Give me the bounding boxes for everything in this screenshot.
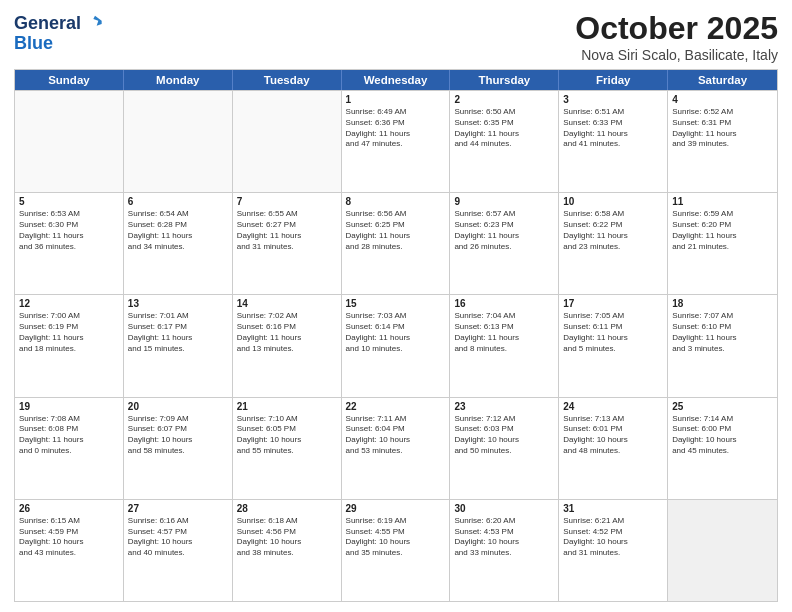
day-number: 14 bbox=[237, 298, 337, 309]
calendar-cell: 22Sunrise: 7:11 AM Sunset: 6:04 PM Dayli… bbox=[342, 398, 451, 499]
logo: General Blue bbox=[14, 14, 105, 54]
day-number: 26 bbox=[19, 503, 119, 514]
calendar-cell bbox=[233, 91, 342, 192]
cell-info: Sunrise: 6:58 AM Sunset: 6:22 PM Dayligh… bbox=[563, 209, 663, 252]
calendar-cell: 25Sunrise: 7:14 AM Sunset: 6:00 PM Dayli… bbox=[668, 398, 777, 499]
day-header-sunday: Sunday bbox=[15, 70, 124, 90]
cell-info: Sunrise: 7:03 AM Sunset: 6:14 PM Dayligh… bbox=[346, 311, 446, 354]
calendar-cell: 11Sunrise: 6:59 AM Sunset: 6:20 PM Dayli… bbox=[668, 193, 777, 294]
calendar-header: SundayMondayTuesdayWednesdayThursdayFrid… bbox=[15, 70, 777, 90]
calendar-cell: 24Sunrise: 7:13 AM Sunset: 6:01 PM Dayli… bbox=[559, 398, 668, 499]
day-number: 4 bbox=[672, 94, 773, 105]
calendar-cell: 20Sunrise: 7:09 AM Sunset: 6:07 PM Dayli… bbox=[124, 398, 233, 499]
calendar-body: 1Sunrise: 6:49 AM Sunset: 6:36 PM Daylig… bbox=[15, 90, 777, 601]
day-number: 21 bbox=[237, 401, 337, 412]
day-number: 27 bbox=[128, 503, 228, 514]
calendar-cell bbox=[668, 500, 777, 601]
day-number: 19 bbox=[19, 401, 119, 412]
day-header-monday: Monday bbox=[124, 70, 233, 90]
location-title: Nova Siri Scalo, Basilicate, Italy bbox=[575, 47, 778, 63]
day-number: 22 bbox=[346, 401, 446, 412]
day-number: 17 bbox=[563, 298, 663, 309]
calendar-cell: 17Sunrise: 7:05 AM Sunset: 6:11 PM Dayli… bbox=[559, 295, 668, 396]
day-number: 6 bbox=[128, 196, 228, 207]
cell-info: Sunrise: 6:18 AM Sunset: 4:56 PM Dayligh… bbox=[237, 516, 337, 559]
day-header-friday: Friday bbox=[559, 70, 668, 90]
cell-info: Sunrise: 7:09 AM Sunset: 6:07 PM Dayligh… bbox=[128, 414, 228, 457]
calendar-cell: 2Sunrise: 6:50 AM Sunset: 6:35 PM Daylig… bbox=[450, 91, 559, 192]
day-number: 15 bbox=[346, 298, 446, 309]
calendar-cell: 21Sunrise: 7:10 AM Sunset: 6:05 PM Dayli… bbox=[233, 398, 342, 499]
day-number: 23 bbox=[454, 401, 554, 412]
calendar-row-4: 26Sunrise: 6:15 AM Sunset: 4:59 PM Dayli… bbox=[15, 499, 777, 601]
cell-info: Sunrise: 6:55 AM Sunset: 6:27 PM Dayligh… bbox=[237, 209, 337, 252]
day-number: 9 bbox=[454, 196, 554, 207]
calendar-cell: 28Sunrise: 6:18 AM Sunset: 4:56 PM Dayli… bbox=[233, 500, 342, 601]
day-number: 11 bbox=[672, 196, 773, 207]
cell-info: Sunrise: 7:14 AM Sunset: 6:00 PM Dayligh… bbox=[672, 414, 773, 457]
cell-info: Sunrise: 6:19 AM Sunset: 4:55 PM Dayligh… bbox=[346, 516, 446, 559]
calendar-row-1: 5Sunrise: 6:53 AM Sunset: 6:30 PM Daylig… bbox=[15, 192, 777, 294]
calendar-cell: 1Sunrise: 6:49 AM Sunset: 6:36 PM Daylig… bbox=[342, 91, 451, 192]
calendar-cell: 6Sunrise: 6:54 AM Sunset: 6:28 PM Daylig… bbox=[124, 193, 233, 294]
cell-info: Sunrise: 6:21 AM Sunset: 4:52 PM Dayligh… bbox=[563, 516, 663, 559]
day-header-saturday: Saturday bbox=[668, 70, 777, 90]
calendar-cell: 16Sunrise: 7:04 AM Sunset: 6:13 PM Dayli… bbox=[450, 295, 559, 396]
logo-text: General bbox=[14, 14, 81, 34]
day-number: 25 bbox=[672, 401, 773, 412]
calendar-cell: 3Sunrise: 6:51 AM Sunset: 6:33 PM Daylig… bbox=[559, 91, 668, 192]
cell-info: Sunrise: 7:13 AM Sunset: 6:01 PM Dayligh… bbox=[563, 414, 663, 457]
day-number: 29 bbox=[346, 503, 446, 514]
day-header-thursday: Thursday bbox=[450, 70, 559, 90]
cell-info: Sunrise: 7:01 AM Sunset: 6:17 PM Dayligh… bbox=[128, 311, 228, 354]
day-number: 2 bbox=[454, 94, 554, 105]
calendar-cell bbox=[124, 91, 233, 192]
calendar-cell: 7Sunrise: 6:55 AM Sunset: 6:27 PM Daylig… bbox=[233, 193, 342, 294]
day-number: 5 bbox=[19, 196, 119, 207]
cell-info: Sunrise: 7:05 AM Sunset: 6:11 PM Dayligh… bbox=[563, 311, 663, 354]
cell-info: Sunrise: 6:16 AM Sunset: 4:57 PM Dayligh… bbox=[128, 516, 228, 559]
cell-info: Sunrise: 6:51 AM Sunset: 6:33 PM Dayligh… bbox=[563, 107, 663, 150]
calendar-cell: 29Sunrise: 6:19 AM Sunset: 4:55 PM Dayli… bbox=[342, 500, 451, 601]
cell-info: Sunrise: 6:59 AM Sunset: 6:20 PM Dayligh… bbox=[672, 209, 773, 252]
day-header-wednesday: Wednesday bbox=[342, 70, 451, 90]
calendar-cell: 15Sunrise: 7:03 AM Sunset: 6:14 PM Dayli… bbox=[342, 295, 451, 396]
page-header: General Blue October 2025 Nova Siri Scal… bbox=[14, 10, 778, 63]
calendar-cell: 19Sunrise: 7:08 AM Sunset: 6:08 PM Dayli… bbox=[15, 398, 124, 499]
calendar-cell: 5Sunrise: 6:53 AM Sunset: 6:30 PM Daylig… bbox=[15, 193, 124, 294]
calendar-cell: 10Sunrise: 6:58 AM Sunset: 6:22 PM Dayli… bbox=[559, 193, 668, 294]
cell-info: Sunrise: 7:04 AM Sunset: 6:13 PM Dayligh… bbox=[454, 311, 554, 354]
calendar-cell: 26Sunrise: 6:15 AM Sunset: 4:59 PM Dayli… bbox=[15, 500, 124, 601]
day-number: 13 bbox=[128, 298, 228, 309]
day-number: 7 bbox=[237, 196, 337, 207]
day-number: 20 bbox=[128, 401, 228, 412]
calendar-row-2: 12Sunrise: 7:00 AM Sunset: 6:19 PM Dayli… bbox=[15, 294, 777, 396]
cell-info: Sunrise: 6:52 AM Sunset: 6:31 PM Dayligh… bbox=[672, 107, 773, 150]
calendar-cell: 27Sunrise: 6:16 AM Sunset: 4:57 PM Dayli… bbox=[124, 500, 233, 601]
cell-info: Sunrise: 6:56 AM Sunset: 6:25 PM Dayligh… bbox=[346, 209, 446, 252]
day-number: 31 bbox=[563, 503, 663, 514]
title-block: October 2025 Nova Siri Scalo, Basilicate… bbox=[575, 10, 778, 63]
logo-icon bbox=[85, 14, 105, 34]
cell-info: Sunrise: 7:10 AM Sunset: 6:05 PM Dayligh… bbox=[237, 414, 337, 457]
day-number: 28 bbox=[237, 503, 337, 514]
cell-info: Sunrise: 6:54 AM Sunset: 6:28 PM Dayligh… bbox=[128, 209, 228, 252]
cell-info: Sunrise: 7:07 AM Sunset: 6:10 PM Dayligh… bbox=[672, 311, 773, 354]
cell-info: Sunrise: 6:49 AM Sunset: 6:36 PM Dayligh… bbox=[346, 107, 446, 150]
calendar-cell: 14Sunrise: 7:02 AM Sunset: 6:16 PM Dayli… bbox=[233, 295, 342, 396]
calendar-cell: 18Sunrise: 7:07 AM Sunset: 6:10 PM Dayli… bbox=[668, 295, 777, 396]
day-number: 12 bbox=[19, 298, 119, 309]
cell-info: Sunrise: 6:57 AM Sunset: 6:23 PM Dayligh… bbox=[454, 209, 554, 252]
day-number: 16 bbox=[454, 298, 554, 309]
day-number: 10 bbox=[563, 196, 663, 207]
day-number: 24 bbox=[563, 401, 663, 412]
cell-info: Sunrise: 7:12 AM Sunset: 6:03 PM Dayligh… bbox=[454, 414, 554, 457]
day-number: 30 bbox=[454, 503, 554, 514]
calendar-row-0: 1Sunrise: 6:49 AM Sunset: 6:36 PM Daylig… bbox=[15, 90, 777, 192]
day-number: 18 bbox=[672, 298, 773, 309]
calendar-cell: 30Sunrise: 6:20 AM Sunset: 4:53 PM Dayli… bbox=[450, 500, 559, 601]
calendar-cell: 12Sunrise: 7:00 AM Sunset: 6:19 PM Dayli… bbox=[15, 295, 124, 396]
cell-info: Sunrise: 6:53 AM Sunset: 6:30 PM Dayligh… bbox=[19, 209, 119, 252]
calendar: SundayMondayTuesdayWednesdayThursdayFrid… bbox=[14, 69, 778, 602]
calendar-cell: 31Sunrise: 6:21 AM Sunset: 4:52 PM Dayli… bbox=[559, 500, 668, 601]
